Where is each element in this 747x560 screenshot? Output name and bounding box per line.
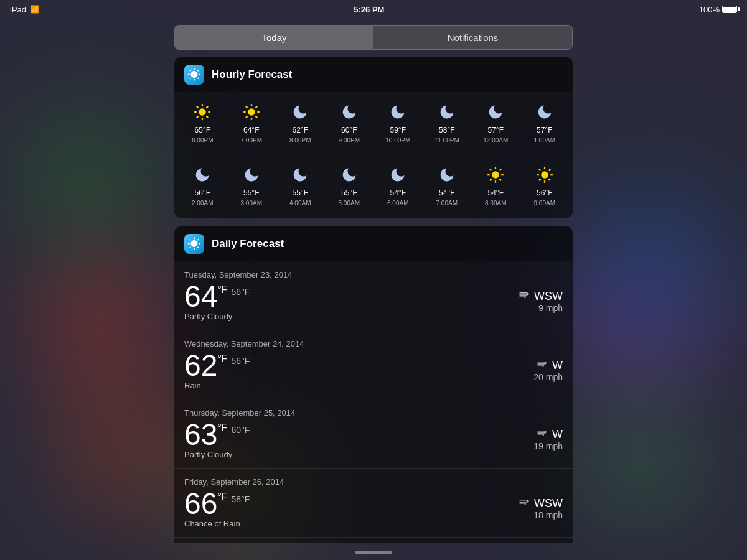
daily-date: Friday, September 26, 2014 [184,477,563,487]
hourly-temp: 62°F [293,126,308,134]
hourly-item: 59°F 10:00PM [375,100,421,147]
hourly-forecast-title: Hourly Forecast [212,68,292,81]
daily-left: 66 °F 58°F Chance of Rain [184,489,250,528]
wind-icon [518,497,530,510]
daily-condition: Partly Cloudy [184,312,250,321]
daily-wind: W 20 mph [533,359,563,382]
svg-point-18 [492,171,499,179]
hourly-weather-icon [536,103,553,123]
notification-center-panel: Today Notifications Hourly Forecast [174,25,573,535]
daily-high-temp: 66 [184,489,217,519]
hourly-weather-icon [487,103,504,123]
hourly-weather-icon [438,103,456,123]
daily-temps: 66 °F 58°F [184,489,250,519]
hourly-temp: 55°F [243,189,259,197]
daily-main-row: 63 °F 60°F Partly Cloudy [184,420,563,459]
hourly-weather-icon [389,166,406,186]
svg-line-8 [197,116,198,118]
hourly-weather-icon [291,103,309,123]
svg-line-17 [246,116,247,118]
hourly-temp: 65°F [195,126,210,134]
hourly-time: 7:00AM [436,200,458,207]
daily-date: Thursday, September 25, 2014 [184,408,563,418]
hourly-temp: 54°F [390,189,406,197]
hourly-temp: 54°F [488,189,504,197]
daily-condition: Chance of Rain [184,519,250,528]
daily-forecast-header: Daily Forecast [174,226,573,261]
hourly-weather-icon [341,166,358,186]
hourly-time: 9:00PM [339,137,360,144]
hourly-time: 1:00AM [534,137,555,144]
daily-temps: 62 °F 56°F [184,351,250,381]
hourly-time: 10:00PM [385,137,410,144]
hourly-temp: 55°F [341,189,357,197]
daily-date: Wednesday, September 24, 2014 [184,339,563,348]
hourly-item: 56°F 9:00AM [522,162,568,210]
hourly-weather-icon [291,166,309,186]
daily-low-temp: 56°F [232,287,250,297]
bg-blob-6 [585,404,697,516]
tab-notifications[interactable]: Notifications [374,26,572,49]
hourly-time: 2:00AM [192,200,213,207]
daily-wind: W 19 mph [533,428,563,451]
tab-notifications-label: Notifications [448,32,499,43]
hourly-temp: 60°F [341,126,357,134]
wifi-icon: 📶 [30,5,39,14]
daily-forecast-icon [184,234,204,254]
hourly-weather-icon [194,166,211,186]
svg-line-35 [539,179,540,180]
bottom-handle [355,551,392,554]
hourly-weather-icon [194,103,211,123]
hourly-time: 7:00PM [241,137,262,144]
svg-line-16 [255,106,256,108]
hourly-grid: 65°F 6:00PM 64°F 7:00PM 62°F 8:00PM [174,92,573,155]
daily-wind-speed: 18 mph [518,510,563,520]
daily-high-temp: 63 [184,420,217,450]
daily-high-sup: °F [217,353,227,365]
status-right: 100% [699,5,737,14]
content-area[interactable]: Hourly Forecast 65°F 6:00PM [174,57,573,543]
daily-wind: WSW 9 mph [518,290,563,313]
hourly-item: 57°F 1:00AM [522,100,568,147]
hourly-time: 12:00AM [483,137,508,144]
hourly-weather-icon [438,166,456,186]
daily-high-sup: °F [217,492,227,503]
daily-date: Tuesday, September 23, 2014 [184,270,563,279]
daily-high-temp: 64 [184,282,217,312]
battery-fill [723,7,736,12]
tab-bar[interactable]: Today Notifications [174,25,573,50]
status-left: iPad 📶 [10,5,39,14]
daily-main-row: 64 °F 56°F Partly Cloudy [184,282,563,321]
hourly-item: 55°F 3:00AM [228,162,275,210]
daily-wind-speed: 19 mph [533,441,563,451]
hourly-time: 4:00AM [289,200,311,207]
svg-line-6 [207,116,208,118]
svg-line-5 [197,106,198,108]
daily-wind-direction: WSW [518,497,563,510]
hourly-temp: 58°F [439,126,454,134]
hourly-time: 6:00AM [387,200,408,207]
hourly-forecast-icon [184,65,204,85]
daily-low-temp: 58°F [232,494,250,504]
daily-wind-direction: W [533,359,563,372]
bg-blob-2 [37,261,162,386]
hourly-item: 54°F 8:00AM [472,162,519,210]
svg-line-32 [539,169,540,170]
daily-item: Saturday, September 27, 2014 65 °F 57°F … [174,538,573,543]
hourly-time: 8:00AM [485,200,506,207]
wind-icon [536,359,548,372]
svg-point-0 [199,108,206,116]
daily-forecast-section: Daily Forecast Tuesday, September 23, 20… [174,226,573,543]
tab-today[interactable]: Today [175,26,374,49]
daily-temps: 63 °F 60°F [184,420,250,450]
hourly-weather-icon [243,103,260,123]
daily-condition: Rain [184,381,250,390]
hourly-item: 56°F 2:00AM [179,162,226,210]
svg-line-23 [490,169,491,170]
daily-main-row: 62 °F 56°F Rain W [184,351,563,390]
device-label: iPad [10,5,26,14]
hourly-item: 57°F 12:00AM [472,100,519,147]
hourly-weather-icon [243,166,260,186]
svg-point-9 [248,108,255,116]
hourly-item: 65°F 6:00PM [179,100,226,147]
